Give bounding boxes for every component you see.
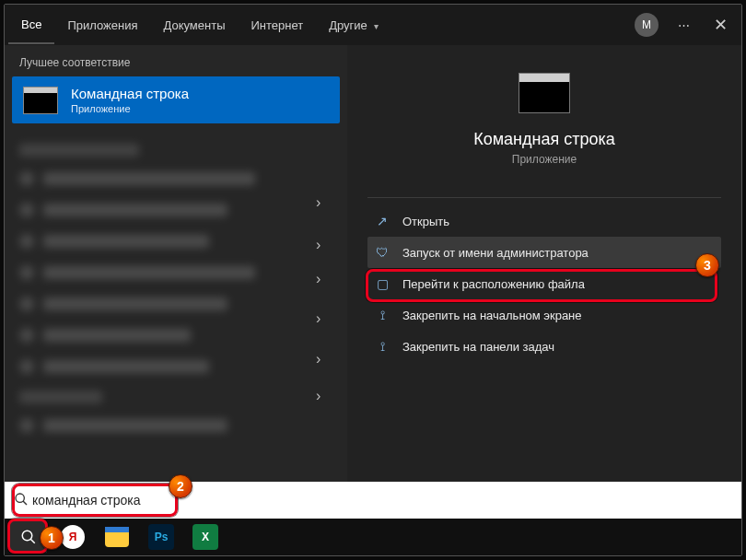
search-input[interactable] [32,493,732,508]
action-pin-start[interactable]: ⟟ Закрепить на начальном экране [367,299,721,331]
svg-point-2 [22,531,32,541]
tab-more[interactable]: Другие ▾ [316,7,391,43]
tab-apps[interactable]: Приложения [54,7,150,43]
actions-list: ↗ Открыть 🛡 Запуск от имени администрато… [367,197,721,362]
search-icon [14,492,32,509]
action-pin-taskbar[interactable]: ⟟ Закрепить на панели задач [367,331,721,362]
preview-subtitle: Приложение [512,153,577,166]
chevron-right-icon[interactable]: › [316,194,321,211]
avatar-letter: М [642,18,651,31]
folder-icon: ▢ [375,276,390,291]
cmd-icon [23,87,58,114]
action-pin-start-label: Закрепить на начальном экране [402,309,582,322]
chevron-right-icon[interactable]: › [316,388,321,404]
action-pin-taskbar-label: Закрепить на панели задач [402,340,554,354]
tab-web[interactable]: Интернет [238,7,316,43]
taskbar-app-photoshop[interactable]: Ps [143,521,180,553]
section-best-match-label: Лучшее соответствие [5,45,347,76]
preview-panel: Командная строка Приложение ↗ Открыть 🛡 … [347,45,741,482]
action-open-file-location[interactable]: ▢ Перейти к расположению файла [367,268,721,299]
pin-icon: ⟟ [375,339,390,354]
other-results-blurred [5,133,347,482]
chevron-right-icon[interactable]: › [316,271,321,287]
svg-point-0 [16,494,24,502]
best-match-subtitle: Приложение [71,103,189,114]
tab-documents[interactable]: Документы [150,7,238,43]
chevron-right-icon[interactable]: › [316,310,321,327]
search-bar [5,482,741,519]
taskbar-app-excel[interactable]: X [187,521,224,553]
chevron-right-icon[interactable]: › [316,351,321,368]
tab-more-label: Другие [329,18,367,32]
user-avatar[interactable]: М [631,9,662,41]
annotation-badge-1: 1 [40,526,64,550]
svg-line-1 [23,501,27,505]
chevron-right-icon[interactable]: › [316,237,321,253]
close-button[interactable]: ✕ [705,9,736,41]
action-open-label: Открыть [402,215,449,228]
annotation-badge-2: 2 [169,474,192,498]
annotation-badge-3: 3 [695,253,719,277]
action-open-file-location-label: Перейти к расположению файла [402,277,585,291]
best-match-result[interactable]: Командная строка Приложение [12,76,340,123]
cmd-icon-large [519,73,570,113]
shield-icon: 🛡 [375,245,390,260]
pin-icon: ⟟ [375,308,390,322]
results-panel: Лучшее соответствие Командная строка При… [5,45,347,482]
taskbar: Я Ps X [5,519,741,555]
taskbar-app-explorer[interactable] [99,521,135,553]
svg-line-3 [30,539,35,543]
action-open[interactable]: ↗ Открыть [367,205,721,237]
search-filter-tabs: Все Приложения Документы Интернет Другие… [5,5,741,45]
chevron-down-icon: ▾ [374,21,379,31]
more-options-button[interactable]: ⋯ [668,9,699,41]
preview-title: Командная строка [473,130,615,149]
action-run-as-admin-label: Запуск от имени администратора [402,246,589,260]
best-match-title: Командная строка [71,86,189,101]
tab-all[interactable]: Все [8,6,54,44]
action-run-as-admin[interactable]: 🛡 Запуск от имени администратора [367,237,721,268]
open-icon: ↗ [375,214,390,228]
